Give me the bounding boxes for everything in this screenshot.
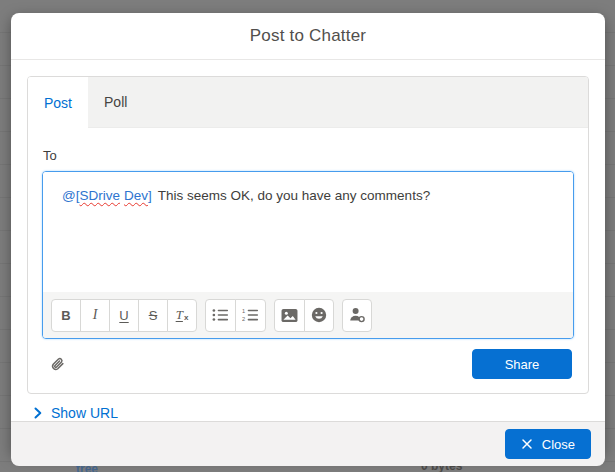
chatter-panel: Post Poll To @[SDriveDev]This seems OK, … <box>27 76 589 394</box>
to-label: To <box>43 148 574 163</box>
actions-row: Share <box>42 349 574 379</box>
editor-content[interactable]: @[SDriveDev]This seems OK, do you have a… <box>43 172 573 292</box>
chevron-right-icon <box>34 407 42 419</box>
insert-image-button[interactable] <box>274 299 305 332</box>
mention-word: Dev <box>124 188 148 203</box>
mention-group <box>342 299 372 332</box>
editor-toolbar: B I U S Tx <box>43 292 573 338</box>
tab-post[interactable]: Post <box>28 77 88 128</box>
add-user-button[interactable] <box>342 299 372 332</box>
paperclip-icon <box>50 356 67 373</box>
strikethrough-icon: S <box>149 308 158 323</box>
mention-text: @[SDriveDev] <box>62 188 152 203</box>
mention-prefix: @[ <box>62 188 79 203</box>
numbered-list-button[interactable]: 1 2 <box>235 299 266 332</box>
media-group <box>274 299 334 332</box>
svg-text:2: 2 <box>242 316 245 322</box>
remove-formatting-button[interactable]: Tx <box>167 299 197 332</box>
image-icon <box>281 308 298 323</box>
show-url-toggle[interactable]: Show URL <box>34 405 118 421</box>
post-to-chatter-modal: Post to Chatter Post Poll To @[SDriveDev… <box>11 13 605 455</box>
bold-icon: B <box>61 308 70 323</box>
close-button[interactable]: Close <box>505 429 591 459</box>
italic-button[interactable]: I <box>80 299 110 332</box>
svg-text:1: 1 <box>242 308 245 314</box>
show-url-label: Show URL <box>51 405 118 421</box>
modal-title: Post to Chatter <box>250 26 366 46</box>
remove-formatting-icon: Tx <box>176 307 189 323</box>
add-user-icon <box>349 307 365 323</box>
format-text-group: B I U S Tx <box>51 299 197 332</box>
share-button[interactable]: Share <box>472 349 572 379</box>
underline-button[interactable]: U <box>109 299 139 332</box>
emoji-icon <box>311 307 327 323</box>
attach-file-button[interactable] <box>46 354 71 375</box>
tab-bar: Post Poll <box>28 77 588 128</box>
mention-word: SDrive <box>79 188 120 203</box>
bullet-list-button[interactable] <box>205 299 236 332</box>
numbered-list-icon: 1 2 <box>242 308 259 322</box>
underline-icon: U <box>119 308 128 323</box>
italic-icon: I <box>93 307 98 323</box>
emoji-button[interactable] <box>304 299 334 332</box>
close-button-label: Close <box>542 437 575 452</box>
rich-text-editor[interactable]: @[SDriveDev]This seems OK, do you have a… <box>42 171 574 339</box>
post-tab-panel: To @[SDriveDev]This seems OK, do you hav… <box>28 128 588 393</box>
modal-content: Post Poll To @[SDriveDev]This seems OK, … <box>11 60 605 421</box>
bold-button[interactable]: B <box>51 299 81 332</box>
mention-suffix: ] <box>148 188 152 203</box>
modal-footer: Close <box>11 421 605 466</box>
modal-header: Post to Chatter <box>11 13 605 60</box>
message-text: This seems OK, do you have any comments? <box>158 188 430 203</box>
tab-poll[interactable]: Poll <box>88 77 143 127</box>
list-group: 1 2 <box>205 299 266 332</box>
close-icon <box>521 438 533 450</box>
strikethrough-button[interactable]: S <box>138 299 168 332</box>
bullet-list-icon <box>212 308 229 322</box>
